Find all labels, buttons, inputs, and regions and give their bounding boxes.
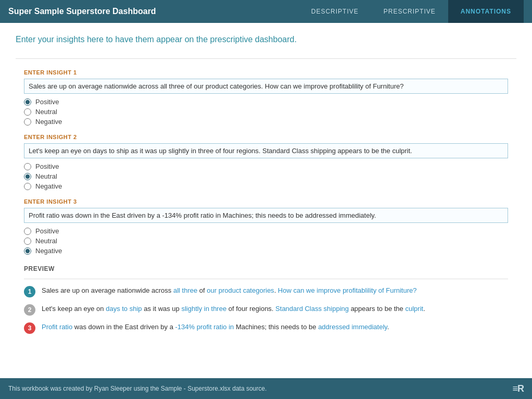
radio-neutral-2-input[interactable]: [24, 173, 31, 180]
preview-badge-3: 3: [24, 322, 35, 334]
intro-text: Enter your insights here to have them ap…: [16, 33, 516, 46]
radio-neutral-3-input[interactable]: [24, 238, 31, 245]
insight-input-2[interactable]: [24, 143, 508, 158]
nav-annotations[interactable]: ANNOTATIONS: [448, 0, 524, 23]
radio-neutral-3-label: Neutral: [35, 237, 57, 245]
app-title: Super Sample Superstore Dashboard: [8, 7, 299, 16]
nav-prescriptive[interactable]: PRESCRIPTIVE: [371, 0, 448, 23]
divider-top: [16, 58, 516, 59]
insight-label-2: ENTER INSIGHT 2: [24, 134, 508, 140]
preview-divider: [24, 279, 508, 279]
preview-text-1: Sales are up on average nationwide acros…: [42, 285, 416, 296]
preview-section: PREVIEW 1 Sales are up on average nation…: [16, 265, 516, 334]
insight-block-1: ENTER INSIGHT 1 Positive Neutral Negativ…: [16, 69, 516, 126]
radio-negative-3-input[interactable]: [24, 247, 31, 255]
radio-negative-2-input[interactable]: [24, 183, 31, 190]
radio-negative-1-input[interactable]: [24, 118, 31, 126]
preview-text-3: Profit ratio was down in the East driven…: [42, 322, 389, 333]
radio-neutral-3[interactable]: Neutral: [24, 237, 508, 245]
radio-positive-2[interactable]: Positive: [24, 163, 508, 170]
radio-negative-1-label: Negative: [35, 118, 62, 126]
radio-positive-1-input[interactable]: [24, 98, 31, 106]
insight-label-3: ENTER INSIGHT 3: [24, 198, 508, 205]
radio-positive-2-input[interactable]: [24, 163, 31, 170]
radio-negative-3-label: Negative: [35, 247, 62, 255]
insight-block-2: ENTER INSIGHT 2 Positive Neutral Negativ…: [16, 134, 516, 190]
preview-badge-1: 1: [24, 286, 35, 297]
preview-badge-2: 2: [24, 304, 35, 316]
insight-block-3: ENTER INSIGHT 3 Positive Neutral Negativ…: [16, 198, 516, 255]
radio-positive-2-label: Positive: [35, 163, 59, 170]
radio-negative-2[interactable]: Negative: [24, 182, 508, 190]
radio-positive-3-input[interactable]: [24, 228, 31, 235]
preview-item-2: 2 Let's keep an eye on days to ship as i…: [24, 304, 508, 316]
preview-item-1: 1 Sales are up on average nationwide acr…: [24, 285, 508, 297]
header: Super Sample Superstore Dashboard DESCRI…: [0, 0, 532, 23]
nav-descriptive[interactable]: DESCRIPTIVE: [299, 0, 371, 23]
radio-positive-1-label: Positive: [35, 98, 59, 106]
radio-neutral-1[interactable]: Neutral: [24, 108, 508, 116]
radio-neutral-1-label: Neutral: [35, 108, 57, 116]
radio-positive-1[interactable]: Positive: [24, 98, 508, 106]
radio-group-3: Positive Neutral Negative: [24, 227, 508, 255]
radio-group-1: Positive Neutral Negative: [24, 98, 508, 126]
radio-neutral-2-label: Neutral: [35, 172, 57, 180]
radio-neutral-2[interactable]: Neutral: [24, 172, 508, 180]
radio-group-2: Positive Neutral Negative: [24, 163, 508, 190]
insight-input-1[interactable]: [24, 79, 508, 94]
radio-positive-3-label: Positive: [35, 227, 59, 235]
header-nav: DESCRIPTIVE PRESCRIPTIVE ANNOTATIONS: [299, 0, 524, 23]
radio-negative-2-label: Negative: [35, 182, 62, 190]
preview-text-2: Let's keep an eye on days to ship as it …: [42, 304, 425, 315]
radio-positive-3[interactable]: Positive: [24, 227, 508, 235]
preview-title: PREVIEW: [24, 265, 508, 272]
main-content: Enter your insights here to have them ap…: [0, 23, 532, 351]
insight-input-3[interactable]: [24, 208, 508, 223]
radio-negative-3[interactable]: Negative: [24, 247, 508, 255]
insight-label-1: ENTER INSIGHT 1: [24, 69, 508, 76]
radio-negative-1[interactable]: Negative: [24, 118, 508, 126]
preview-item-3: 3 Profit ratio was down in the East driv…: [24, 322, 508, 334]
radio-neutral-1-input[interactable]: [24, 108, 31, 116]
